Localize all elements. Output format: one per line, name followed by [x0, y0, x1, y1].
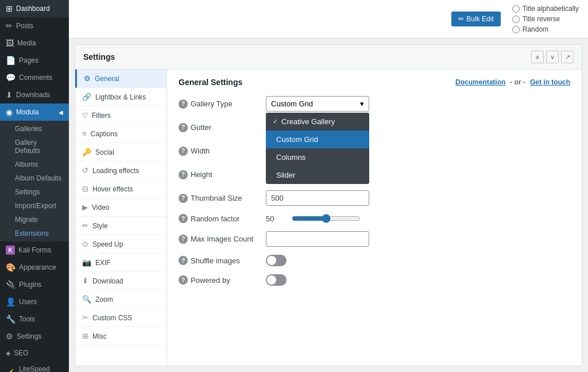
gutter-help-icon[interactable]: ? — [179, 123, 188, 132]
field-powered-by: ? Powered by — [179, 274, 570, 286]
appearance-icon: 🎨 — [6, 263, 16, 272]
thumbnail-size-input[interactable] — [266, 190, 369, 206]
settings-panel: Settings ∧ ∨ ↗ ⚙ General 🔗 Lig — [75, 44, 582, 366]
loading-effects-nav-icon: ↺ — [82, 166, 88, 175]
submenu-settings[interactable]: Settings — [0, 185, 69, 199]
thumbnail-size-help-icon[interactable]: ? — [179, 194, 188, 203]
submenu-import-export[interactable]: Import/Export — [0, 199, 69, 213]
tools-icon: 🔧 — [6, 315, 16, 324]
max-images-input[interactable] — [266, 231, 369, 247]
radio-alphabetically-input[interactable] — [512, 5, 520, 13]
sidebar-item-label: Downloads — [16, 91, 50, 99]
sidebar-item-posts[interactable]: ✏ Posts — [0, 17, 69, 34]
settings-icon: ⚙ — [6, 332, 13, 341]
collapse-up-button[interactable]: ∧ — [531, 51, 544, 63]
nav-item-filters[interactable]: ▽ Filters — [75, 106, 167, 125]
top-bar: ✏ Bulk Edit Title alphabetically Title r… — [69, 0, 588, 39]
sidebar-item-dashboard[interactable]: ⊞ Dashboard — [0, 0, 69, 17]
gutter-label: ? Gutter — [179, 123, 259, 132]
sidebar-item-label: Kali Forms — [18, 246, 51, 254]
nav-item-misc[interactable]: ⊞ Misc — [75, 327, 167, 346]
nav-item-speed-up[interactable]: ⊙ Speed Up — [75, 235, 167, 254]
field-thumbnail-size: ? Thumbnail Size — [179, 190, 570, 206]
nav-item-video[interactable]: ▶ Video — [75, 198, 167, 217]
height-help-icon[interactable]: ? — [179, 170, 188, 179]
sidebar-item-media[interactable]: 🖼 Media — [0, 34, 69, 52]
powered-by-help-icon[interactable]: ? — [179, 275, 188, 285]
submenu-migrate[interactable]: Migrate — [0, 213, 69, 227]
sidebar-item-appearance[interactable]: 🎨 Appearance — [0, 259, 69, 276]
section-links: Documentation - or - Get in touch — [455, 78, 570, 86]
main-area: ✏ Bulk Edit Title alphabetically Title r… — [69, 0, 588, 372]
nav-item-zoom[interactable]: 🔍 Zoom — [75, 290, 167, 309]
submenu-albums[interactable]: Albums — [0, 158, 69, 171]
sidebar-item-label: Posts — [16, 22, 33, 30]
dropdown-option-columns[interactable]: Columns — [266, 148, 369, 166]
style-nav-icon: ✏ — [82, 221, 88, 230]
gallery-type-dropdown-wrapper: Custom Grid ▾ ✓ Creative Gallery — [266, 96, 369, 112]
sidebar-item-litespeed[interactable]: ⚡ LiteSpeed Cache — [0, 361, 69, 372]
social-nav-icon: 🔑 — [82, 148, 91, 156]
gallery-type-label: ? Gallery Type — [179, 99, 259, 109]
sidebar-item-seo[interactable]: ◈ SEO — [0, 345, 69, 361]
pages-icon: 📄 — [6, 56, 16, 65]
nav-item-captions[interactable]: ≡ Captions — [75, 125, 167, 143]
nav-item-general[interactable]: ⚙ General — [75, 70, 167, 88]
submenu-extensions[interactable]: Extensions — [0, 227, 69, 240]
submenu-album-defaults[interactable]: Album Defaults — [0, 171, 69, 185]
sidebar-item-downloads[interactable]: ⬇ Downloads — [0, 86, 69, 103]
sidebar-item-comments[interactable]: 💬 Comments — [0, 69, 69, 86]
nav-item-style[interactable]: ✏ Style — [75, 217, 167, 235]
dropdown-option-custom-grid[interactable]: Custom Grid — [266, 131, 369, 148]
sidebar-item-kali-forms[interactable]: K Kali Forms — [0, 241, 69, 259]
settings-nav: ⚙ General 🔗 Lightbox & Links ▽ Filters ≡… — [75, 70, 167, 366]
sidebar-item-plugins[interactable]: 🔌 Plugins — [0, 276, 69, 293]
nav-item-custom-css[interactable]: ✂ Custom CSS — [75, 309, 167, 327]
submenu-gallery-defaults[interactable]: Gallery Defaults — [0, 136, 69, 158]
max-images-help-icon[interactable]: ? — [179, 235, 188, 244]
collapse-down-button[interactable]: ∨ — [546, 51, 559, 63]
radio-reverse[interactable]: Title reverse — [512, 15, 579, 23]
sidebar-item-tools[interactable]: 🔧 Tools — [0, 310, 69, 328]
radio-alphabetically[interactable]: Title alphabetically — [512, 5, 579, 13]
sidebar-item-label: Users — [19, 298, 37, 306]
sidebar-item-settings[interactable]: ⚙ Settings — [0, 328, 69, 345]
thumbnail-size-control — [266, 190, 570, 206]
dropdown-option-creative-gallery[interactable]: ✓ Creative Gallery — [266, 113, 369, 131]
shuffle-images-help-icon[interactable]: ? — [179, 256, 188, 265]
gallery-type-dropdown-btn[interactable]: Custom Grid ▾ — [266, 96, 369, 112]
sidebar-item-label: Media — [17, 39, 36, 47]
field-width: ? Width — [179, 143, 570, 159]
plugins-icon: 🔌 — [6, 280, 16, 289]
powered-by-toggle[interactable] — [266, 274, 287, 286]
nav-item-download[interactable]: ⬇ Download — [75, 272, 167, 290]
zoom-nav-icon: 🔍 — [82, 295, 91, 304]
comments-icon: 💬 — [6, 73, 16, 82]
hover-effects-nav-icon: ⊟ — [82, 185, 88, 193]
shuffle-images-toggle[interactable] — [266, 255, 287, 266]
bulk-edit-button[interactable]: ✏ Bulk Edit — [451, 11, 500, 26]
nav-item-hover-effects[interactable]: ⊟ Hover effects — [75, 180, 167, 198]
nav-item-lightbox[interactable]: 🔗 Lightbox & Links — [75, 88, 167, 106]
nav-item-social[interactable]: 🔑 Social — [75, 143, 167, 162]
nav-item-loading-effects[interactable]: ↺ Loading effects — [75, 162, 167, 180]
dropdown-option-slider[interactable]: Slider — [266, 166, 369, 184]
radio-random-input[interactable] — [512, 26, 520, 33]
general-settings-title: General Settings Documentation - or - Ge… — [179, 78, 570, 87]
sidebar-item-pages[interactable]: 📄 Pages — [0, 52, 69, 69]
kali-forms-icon: K — [6, 246, 15, 255]
expand-button[interactable]: ↗ — [561, 51, 574, 63]
width-help-icon[interactable]: ? — [179, 147, 188, 156]
nav-item-exif[interactable]: 📷 EXIF — [75, 254, 167, 272]
submenu-galleries[interactable]: Galleries — [0, 122, 69, 136]
documentation-link[interactable]: Documentation — [455, 78, 505, 86]
sidebar-item-users[interactable]: 👤 Users — [0, 293, 69, 310]
random-factor-help-icon[interactable]: ? — [179, 214, 188, 223]
radio-random[interactable]: Random — [512, 25, 579, 33]
random-factor-slider[interactable] — [292, 214, 361, 223]
gallery-type-help-icon[interactable]: ? — [179, 99, 188, 109]
radio-reverse-input[interactable] — [512, 16, 520, 23]
get-in-touch-link[interactable]: Get in touch — [530, 78, 570, 86]
powered-by-control — [266, 274, 570, 286]
sidebar-item-modula[interactable]: ◉ Modula ◀ — [0, 103, 69, 121]
